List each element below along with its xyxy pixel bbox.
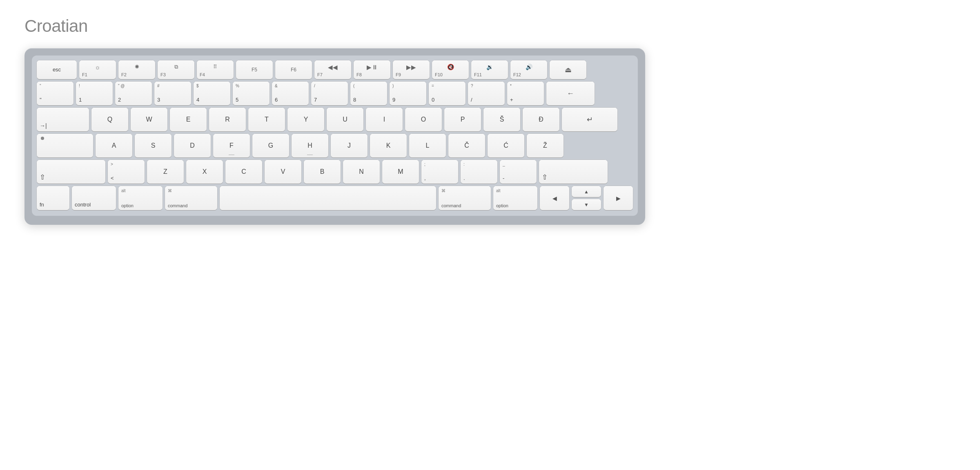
q-key[interactable]: Q (91, 108, 128, 131)
control-key[interactable]: control (72, 186, 116, 210)
j-key[interactable]: J (331, 134, 368, 157)
keyboard: esc ☼ F1 ✺ F2 ⧉ F3 ⠿ F4 F5 F6 (24, 48, 645, 225)
f10-key[interactable]: 🔇 F10 (432, 60, 469, 79)
5-key[interactable]: % 5 (233, 82, 270, 105)
f11-key[interactable]: 🔉 F11 (471, 60, 508, 79)
3-key[interactable]: # 3 (154, 82, 191, 105)
g-key[interactable]: G (252, 134, 289, 157)
f9-label: F9 (396, 72, 401, 77)
t-label: T (265, 116, 269, 123)
period-bottom: . (463, 175, 465, 182)
u-key[interactable]: U (327, 108, 363, 131)
cc-key[interactable]: Ć (488, 134, 524, 157)
e-key[interactable]: E (170, 108, 207, 131)
8-key[interactable]: ( 8 (350, 82, 387, 105)
dash-bottom: - (503, 175, 504, 182)
left-shift-key[interactable]: ⇧ (37, 160, 105, 184)
left-cmd-key[interactable]: ⌘ command (165, 186, 217, 210)
right-alt-key[interactable]: alt option (493, 186, 537, 210)
m-key[interactable]: M (382, 160, 419, 184)
i-key[interactable]: I (366, 108, 403, 131)
f1-key[interactable]: ☼ F1 (79, 60, 116, 79)
7-key[interactable]: / 7 (311, 82, 348, 105)
period-key[interactable]: : . (461, 160, 497, 184)
dash-key[interactable]: _ - (500, 160, 537, 184)
backspace-key[interactable]: ← (546, 82, 595, 105)
m-label: M (398, 168, 403, 175)
l-key[interactable]: L (409, 134, 446, 157)
c-key[interactable]: Č (448, 134, 485, 157)
plus-bottom: + (510, 97, 513, 103)
slash-key[interactable]: ? / (468, 82, 505, 105)
left-alt-key[interactable]: alt option (118, 186, 163, 210)
f4-key[interactable]: ⠿ F4 (197, 60, 234, 79)
k-key[interactable]: K (370, 134, 407, 157)
d-key[interactable]: Đ (523, 108, 559, 131)
z-key[interactable]: Ž (527, 134, 564, 157)
v-key[interactable]: V (265, 160, 301, 184)
f4-label: F4 (200, 72, 205, 77)
p-key[interactable]: P (444, 108, 481, 131)
arrow-left-key[interactable]: ◀ (540, 186, 569, 210)
p-label: P (461, 116, 465, 123)
tab-key[interactable]: →| (37, 108, 89, 131)
comma-key[interactable]: ; , (421, 160, 458, 184)
arrow-right-icon: ▶ (616, 195, 621, 202)
keyboard-inner: esc ☼ F1 ✺ F2 ⧉ F3 ⠿ F4 F5 F6 (32, 55, 638, 216)
2-key[interactable]: " @ 2 (115, 82, 152, 105)
f-key[interactable]: F (213, 134, 250, 157)
1-key[interactable]: ! 1 (76, 82, 113, 105)
f8-key[interactable]: ▶⏸ F8 (354, 60, 390, 79)
rewind-icon: ◀◀ (328, 64, 338, 71)
c-key2[interactable]: C (225, 160, 262, 184)
a-key[interactable]: A (96, 134, 132, 157)
fn-key[interactable]: fn (37, 186, 69, 210)
space-key[interactable] (220, 186, 436, 210)
rcmd-label: command (441, 203, 461, 208)
eject-key[interactable]: ⏏ (550, 60, 586, 79)
comma-top: ; (424, 162, 425, 167)
arrow-right-key[interactable]: ▶ (604, 186, 633, 210)
enter-key[interactable]: ↵ (562, 108, 617, 131)
o-key[interactable]: O (405, 108, 442, 131)
x-key[interactable]: X (186, 160, 223, 184)
f5-key[interactable]: F5 (236, 60, 273, 79)
n-key[interactable]: N (343, 160, 380, 184)
r-key[interactable]: R (209, 108, 246, 131)
9-bottom: 9 (392, 97, 395, 103)
9-key[interactable]: ) 9 (390, 82, 426, 105)
backtick-key[interactable]: " " (37, 82, 74, 105)
4-key[interactable]: $ 4 (194, 82, 230, 105)
s-key[interactable]: Š (483, 108, 520, 131)
0-key[interactable]: = 0 (429, 82, 466, 105)
f9-key[interactable]: ▶▶ F9 (393, 60, 430, 79)
b-key[interactable]: B (304, 160, 341, 184)
f7-key[interactable]: ◀◀ F7 (314, 60, 351, 79)
t-key[interactable]: T (248, 108, 285, 131)
extra-key[interactable]: > < (108, 160, 145, 184)
eject-icon: ⏏ (565, 65, 572, 74)
w-key[interactable]: W (131, 108, 167, 131)
s-key2[interactable]: S (135, 134, 172, 157)
esc-key[interactable]: esc (37, 60, 77, 79)
z-key2[interactable]: Z (147, 160, 184, 184)
plus-key[interactable]: * + (507, 82, 544, 105)
f12-key[interactable]: 🔊 F12 (510, 60, 547, 79)
f2-key[interactable]: ✺ F2 (118, 60, 155, 79)
h-key[interactable]: H (292, 134, 328, 157)
6-key[interactable]: & 6 (272, 82, 309, 105)
d-key2[interactable]: D (174, 134, 211, 157)
f3-label: F3 (160, 72, 166, 77)
right-cmd-key[interactable]: ⌘ command (439, 186, 491, 210)
caps-lock-key[interactable] (37, 134, 93, 157)
f6-key[interactable]: F6 (275, 60, 312, 79)
5-bottom: 5 (236, 97, 238, 103)
ralt-top: alt (496, 188, 501, 193)
right-shift-key[interactable]: ⇧ (539, 160, 608, 184)
v-label: V (281, 168, 285, 175)
f3-key[interactable]: ⧉ F3 (158, 60, 194, 79)
arrow-up-key[interactable]: ▲ (572, 186, 601, 197)
control-label: control (75, 202, 91, 208)
y-key[interactable]: Y (287, 108, 324, 131)
arrow-down-key[interactable]: ▼ (572, 199, 601, 210)
